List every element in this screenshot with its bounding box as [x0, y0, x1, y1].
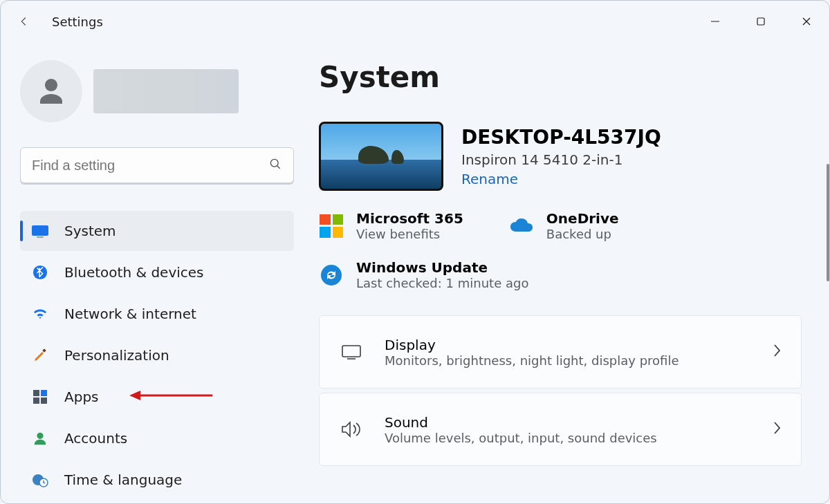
svg-line-5	[277, 166, 280, 169]
tile-title: OneDrive	[546, 210, 619, 227]
tile-subtitle: Backed up	[546, 227, 619, 241]
wifi-icon	[31, 305, 49, 323]
svg-rect-13	[41, 398, 47, 404]
card-title: Sound	[385, 414, 657, 431]
sidebar-item-apps[interactable]: Apps	[20, 377, 294, 417]
svg-marker-15	[129, 391, 140, 400]
sidebar-item-network[interactable]: Network & internet	[20, 294, 294, 334]
sidebar-item-personalization[interactable]: Personalization	[20, 335, 294, 375]
rename-link[interactable]: Rename	[461, 171, 661, 187]
desktop-thumbnail[interactable]	[319, 122, 443, 191]
tile-title: Windows Update	[356, 259, 528, 276]
tile-subtitle: View benefits	[356, 227, 463, 241]
apps-icon	[31, 388, 49, 406]
close-button[interactable]	[784, 6, 829, 37]
main-panel: System DESKTOP-4L537JQ Inspiron 14 5410 …	[319, 42, 829, 504]
brush-icon	[31, 346, 49, 364]
nav-list: System Bluetooth & devices Network & int…	[20, 211, 294, 500]
sound-icon	[339, 417, 364, 442]
svg-rect-6	[32, 225, 48, 236]
window-controls	[692, 6, 829, 37]
scrollbar-thumb[interactable]	[827, 164, 829, 281]
svg-point-8	[33, 265, 47, 279]
svg-rect-11	[41, 390, 47, 396]
chevron-right-icon	[772, 343, 782, 361]
svg-rect-10	[33, 390, 39, 396]
display-icon	[339, 339, 364, 364]
sidebar-item-label: Accounts	[64, 430, 127, 447]
card-subtitle: Monitors, brightness, night light, displ…	[385, 353, 679, 368]
svg-rect-20	[342, 346, 360, 357]
avatar	[20, 60, 82, 122]
card-title: Display	[385, 337, 679, 353]
device-name: DESKTOP-4L537JQ	[461, 126, 661, 149]
annotation-arrow	[129, 389, 212, 405]
svg-rect-12	[33, 398, 39, 404]
tile-subtitle: Last checked: 1 minute ago	[356, 276, 528, 290]
maximize-button[interactable]	[738, 6, 784, 37]
tile-title: Microsoft 365	[356, 210, 463, 227]
svg-rect-9	[42, 348, 46, 353]
svg-point-4	[270, 159, 278, 167]
bluetooth-icon	[31, 263, 49, 281]
card-sound[interactable]: Sound Volume levels, output, input, soun…	[319, 393, 802, 466]
onedrive-icon	[509, 214, 534, 239]
user-name-placeholder	[93, 69, 239, 113]
sidebar-item-label: Personalization	[64, 347, 169, 364]
system-icon	[31, 222, 49, 240]
sidebar: System Bluetooth & devices Network & int…	[1, 42, 319, 504]
svg-rect-1	[757, 18, 764, 25]
search-input[interactable]	[32, 158, 260, 174]
profile-section[interactable]	[20, 60, 294, 122]
sidebar-item-label: Network & internet	[64, 306, 196, 322]
sidebar-item-label: Bluetooth & devices	[64, 264, 204, 281]
svg-rect-7	[37, 236, 44, 238]
card-subtitle: Volume levels, output, input, sound devi…	[385, 431, 657, 445]
device-model: Inspiron 14 5410 2-in-1	[461, 151, 661, 168]
sidebar-item-bluetooth[interactable]: Bluetooth & devices	[20, 252, 294, 292]
tile-microsoft-365[interactable]: Microsoft 365 View benefits	[319, 210, 463, 241]
search-box[interactable]	[20, 147, 294, 183]
card-display[interactable]: Display Monitors, brightness, night ligh…	[319, 315, 802, 389]
settings-card-list: Display Monitors, brightness, night ligh…	[319, 315, 802, 466]
tile-windows-update[interactable]: Windows Update Last checked: 1 minute ag…	[319, 259, 528, 290]
sidebar-item-label: Time & language	[64, 472, 182, 488]
sidebar-item-label: System	[64, 223, 116, 239]
back-button[interactable]	[16, 13, 33, 30]
sidebar-item-system[interactable]: System	[20, 211, 294, 251]
search-icon	[268, 157, 282, 174]
accounts-icon	[31, 429, 49, 447]
sidebar-item-time-language[interactable]: Time & language	[20, 460, 294, 500]
minimize-button[interactable]	[692, 6, 738, 37]
microsoft-logo-icon	[319, 214, 344, 239]
clock-globe-icon	[31, 471, 49, 489]
sidebar-item-accounts[interactable]: Accounts	[20, 418, 294, 458]
sidebar-item-label: Apps	[64, 389, 99, 405]
tile-onedrive[interactable]: OneDrive Backed up	[509, 210, 619, 241]
page-title: System	[319, 60, 802, 94]
update-icon	[319, 263, 344, 288]
titlebar: Settings	[1, 1, 829, 42]
chevron-right-icon	[772, 420, 782, 438]
app-title: Settings	[52, 15, 103, 29]
device-summary: DESKTOP-4L537JQ Inspiron 14 5410 2-in-1 …	[319, 122, 802, 191]
svg-point-16	[37, 433, 43, 439]
